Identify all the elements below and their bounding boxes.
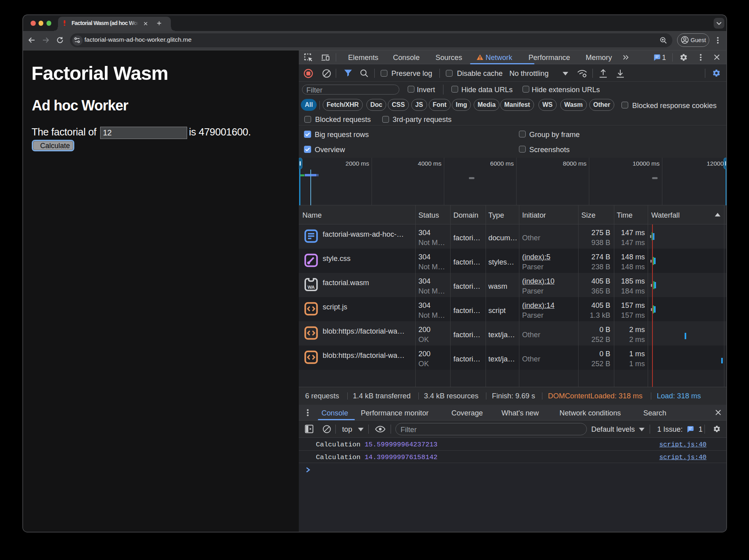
- svg-text:WA: WA: [308, 285, 315, 290]
